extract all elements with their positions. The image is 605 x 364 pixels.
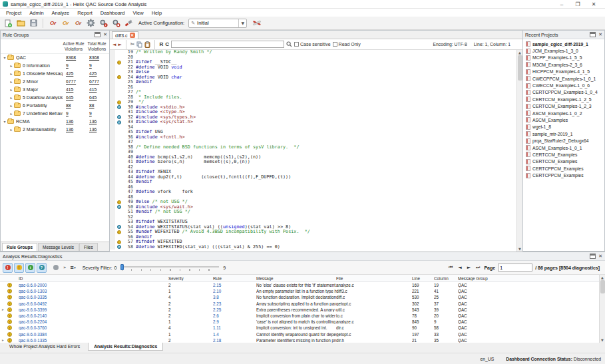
- code-line[interactable]: 47#define vfork fork: [110, 190, 516, 195]
- diagnostic-id-link[interactable]: qac-9.6.0-2204: [19, 319, 168, 324]
- save-project-button[interactable]: [28, 18, 39, 29]
- recent-project-item[interactable]: CERTCCM_Examples: [523, 158, 604, 165]
- close-panel-icon[interactable]: ✕: [103, 32, 107, 37]
- editor-vertical-scrollbar[interactable]: ▲ ▼: [516, 50, 522, 252]
- code-line[interactable]: 20: [110, 55, 516, 61]
- code-line[interactable]: 52: [110, 215, 516, 220]
- code-line[interactable]: ?58#define WIFEXITED(stat_val) (((stat_v…: [110, 245, 516, 250]
- float-panel-icon[interactable]: [590, 254, 596, 259]
- chevron-collapsed-icon[interactable]: ▸: [9, 111, 14, 116]
- tree-row[interactable]: ▸5 Dataflow Analysis645645: [1, 94, 109, 102]
- query-marker-icon[interactable]: ?: [117, 225, 121, 229]
- query-marker-icon[interactable]: ?: [117, 115, 121, 119]
- code-line[interactable]: 28 * Include files.: [110, 95, 516, 100]
- total-violations-count[interactable]: 88: [86, 103, 109, 108]
- filter-severity-warning-button[interactable]: !: [14, 263, 24, 273]
- recent-project-item[interactable]: prqa_StarRuler2_Debugx64: [523, 137, 604, 144]
- total-violations-count[interactable]: 136: [86, 119, 109, 124]
- diagnostic-id-link[interactable]: qac-9.6.0-0492: [19, 301, 168, 306]
- tab-close-icon[interactable]: ✕: [130, 33, 135, 38]
- code-line[interactable]: 39: [110, 150, 516, 155]
- code-line[interactable]: ?54#define WEXITSTATUS(stat_val) ((unsig…: [110, 225, 516, 230]
- diagnostic-row[interactable]: !qac-9.6.0-214022.6Implicit conversion f…: [0, 313, 599, 319]
- filter-severity-query-button[interactable]: ?: [37, 263, 47, 273]
- tree-row[interactable]: ▸7 Undefined Behavior99: [1, 110, 109, 118]
- code-line[interactable]: !24#define VOID char: [110, 75, 516, 81]
- previous-page-icon[interactable]: ◄: [457, 265, 463, 270]
- slider-handle[interactable]: [120, 264, 124, 270]
- recent-project-item[interactable]: CERTCPPCM_Examples: [523, 165, 604, 172]
- stop-analysis-button[interactable]: [110, 18, 121, 29]
- active-violations-count[interactable]: 6777: [63, 79, 86, 84]
- last-page-icon[interactable]: ⏭: [475, 265, 481, 270]
- diagnostic-row[interactable]: !qac-9.6.0-049222.23Array subscripting a…: [0, 301, 599, 307]
- chevron-collapsed-icon[interactable]: ▸: [9, 103, 14, 108]
- diagnostic-id-link[interactable]: qac-9.6.0-2000: [19, 283, 168, 287]
- total-violations-count[interactable]: 8368: [86, 55, 109, 60]
- code-line[interactable]: 25#endif: [110, 80, 516, 85]
- diagnostic-rule-link[interactable]: 2.10: [213, 289, 256, 293]
- diagnostic-rule-link[interactable]: 1.4: [213, 332, 256, 337]
- scrollbar-thumb[interactable]: [600, 280, 605, 293]
- case-sensitive-checkbox[interactable]: Case sensitive: [294, 42, 331, 47]
- tree-row[interactable]: ▾QAC83688368: [1, 54, 109, 62]
- column-header-id[interactable]: ID: [19, 276, 168, 281]
- close-button[interactable]: ✕: [590, 1, 597, 8]
- column-header-message[interactable]: Message: [256, 276, 336, 281]
- recent-project-item[interactable]: CERTCCM_Examples: [523, 151, 604, 158]
- code-line[interactable]: 36#include <fcntl.h>: [110, 135, 516, 140]
- code-line[interactable]: 38/* Define needed BSD functions in term…: [110, 145, 516, 150]
- active-configuration-select[interactable]: ✎ Initial ▼: [188, 19, 247, 28]
- code-line[interactable]: 34: [110, 125, 516, 130]
- code-line[interactable]: !29 */: [110, 100, 516, 105]
- warning-marker-icon[interactable]: !: [117, 200, 121, 204]
- total-violations-count[interactable]: 415: [86, 87, 109, 92]
- navigate-back-icon[interactable]: ◄: [112, 42, 116, 47]
- diagnostic-id-link[interactable]: qac-9.6.0-3335: [19, 295, 168, 299]
- diagnostic-row[interactable]: !qac-9.6.0-130312.10An empty parameter l…: [0, 288, 599, 294]
- scroll-down-icon[interactable]: ▼: [601, 337, 604, 343]
- recent-project-item[interactable]: CERTCPPCM_Examples: [523, 172, 604, 178]
- diagnostic-rule-link[interactable]: 2.6: [213, 313, 256, 318]
- settings-button[interactable]: [85, 18, 96, 29]
- float-panel-icon[interactable]: [590, 32, 596, 37]
- active-violations-count[interactable]: 88: [63, 103, 86, 108]
- column-header-message-group[interactable]: Message Group: [458, 276, 599, 281]
- column-header-rule[interactable]: Rule: [213, 276, 256, 281]
- diagnostic-row[interactable]: !qac-9.6.0-333543.8No function declarati…: [0, 294, 599, 300]
- menu-item-help[interactable]: Help: [148, 9, 165, 17]
- column-header-total-rule-violations[interactable]: Total Rule Violations: [85, 41, 108, 52]
- left-tab-rule-groups[interactable]: Rule Groups: [2, 243, 37, 251]
- float-panel-icon[interactable]: [95, 32, 101, 37]
- row-expander-icon[interactable]: ▸: [2, 338, 6, 342]
- recent-project-item[interactable]: ASCM_Examples: [523, 116, 604, 123]
- total-violations-count[interactable]: 645: [86, 95, 109, 100]
- scroll-down-icon[interactable]: ▼: [518, 246, 521, 252]
- recent-project-item[interactable]: wget-1_8: [523, 124, 604, 130]
- chevron-expanded-icon[interactable]: ▾: [2, 55, 7, 60]
- diagnostic-rule-link[interactable]: 2.15: [213, 283, 256, 287]
- code-line[interactable]: !55#undef WIFEXITED /* Avoid 4.3BSD inco…: [110, 230, 516, 235]
- recent-project-item[interactable]: ASCM_Examples-1_0_1: [523, 144, 604, 151]
- chevron-collapsed-icon[interactable]: ▸: [9, 127, 14, 132]
- code-line[interactable]: 48: [110, 195, 516, 200]
- tree-row[interactable]: ▾RCMA136136: [1, 118, 109, 126]
- recent-project-item[interactable]: ASCM_Examples-1_0_2: [523, 110, 604, 116]
- chevron-collapsed-icon[interactable]: ▸: [9, 71, 14, 76]
- cut-icon[interactable]: ✂: [130, 41, 135, 47]
- diagnostic-rule-link[interactable]: 1.11: [213, 325, 256, 330]
- warning-marker-icon[interactable]: !: [117, 100, 121, 104]
- active-violations-count[interactable]: 8368: [63, 55, 86, 60]
- maximize-button[interactable]: ❐: [574, 1, 581, 8]
- column-header-severity[interactable]: Severity: [168, 276, 213, 281]
- diagnostic-rule-link[interactable]: 2.23: [213, 301, 256, 306]
- minimize-button[interactable]: –: [558, 1, 565, 8]
- code-line[interactable]: ?50#include <sys/wait.h>: [110, 205, 516, 210]
- dashboard-connect-button[interactable]: [123, 18, 134, 29]
- recent-project-item[interactable]: CWECPPCM_Examples-1_0_1: [523, 75, 604, 82]
- search-input[interactable]: [171, 41, 284, 48]
- diagnostic-row[interactable]: !qac-9.6.0-200022.15No 'else' clause exi…: [0, 282, 599, 288]
- code-line[interactable]: 51#endif /* not USG */: [110, 210, 516, 215]
- recent-project-item[interactable]: MCPP_Examples-1_5_5: [523, 55, 604, 61]
- copy-icon[interactable]: [136, 41, 142, 48]
